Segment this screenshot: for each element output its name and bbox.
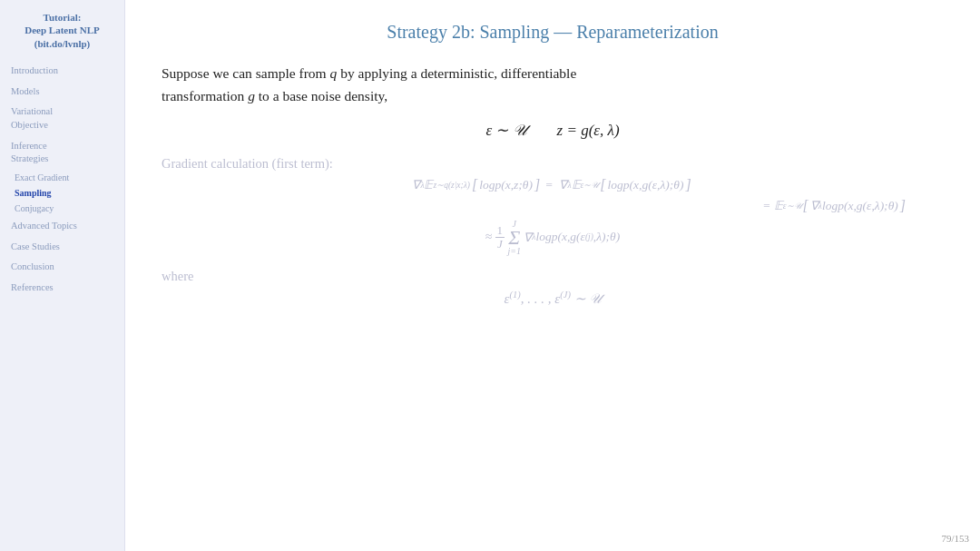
page-number: 79/153 (941, 533, 969, 544)
sidebar-item-sampling[interactable]: Sampling (7, 187, 117, 199)
sidebar-title: Tutorial:Deep Latent NLP(bit.do/lvnlp) (7, 11, 117, 50)
epsilon-sim: ε ∼ 𝒰 (485, 122, 525, 139)
body-paragraph: Suppose we can sample from q by applying… (162, 63, 944, 108)
slide-title: Strategy 2b: Sampling — Reparameterizati… (162, 22, 944, 43)
sidebar-item-references[interactable]: References (7, 280, 117, 297)
gradient-eq-1: ∇λ𝔼z∼q(z|x;λ) [ log p(x, z; θ) ] = ∇λ𝔼ε∼… (162, 177, 944, 193)
fraction-1-J: 1 J (495, 224, 505, 251)
epsilon-iid: ε(1), . . . , ε(J) ∼ 𝒰 (162, 290, 944, 307)
z-equals: z = g(ε, λ) (557, 122, 620, 139)
sidebar-item-case-studies[interactable]: Case Studies (7, 239, 117, 256)
sidebar: Tutorial:Deep Latent NLP(bit.do/lvnlp) I… (0, 0, 125, 551)
g-variable: g (248, 88, 255, 103)
sidebar-item-exact-gradient[interactable]: Exact Gradient (7, 172, 117, 183)
sidebar-item-conjugacy[interactable]: Conjugacy (7, 202, 117, 214)
gradient-eq-3: ≈ 1 J J Σ j=1 ∇λ log p(x, g(ε(j), λ); θ) (162, 219, 944, 257)
gradient-eq-2: = 𝔼ε∼𝒰 [ ∇λ log p(x, g(ε, λ); θ) ] (162, 198, 944, 214)
q-variable: q (330, 65, 338, 81)
where-label: where (162, 269, 944, 284)
sidebar-item-inference[interactable]: InferenceStrategies (7, 138, 117, 168)
sidebar-item-conclusion[interactable]: Conclusion (7, 259, 117, 276)
sidebar-item-variational[interactable]: VariationalObjective (7, 103, 117, 133)
main-content: Strategy 2b: Sampling — Reparameterizati… (125, 0, 980, 551)
gradient-label: Gradient calculation (first term): (162, 156, 944, 172)
summation-symbol: Σ (508, 229, 520, 247)
to-text: to (259, 88, 270, 103)
math-equation-main: ε ∼ 𝒰 z = g(ε, λ) (162, 121, 944, 140)
sidebar-item-advanced[interactable]: Advanced Topics (7, 218, 117, 235)
sidebar-item-introduction[interactable]: Introduction (7, 63, 117, 80)
sidebar-item-models[interactable]: Models (7, 84, 117, 101)
